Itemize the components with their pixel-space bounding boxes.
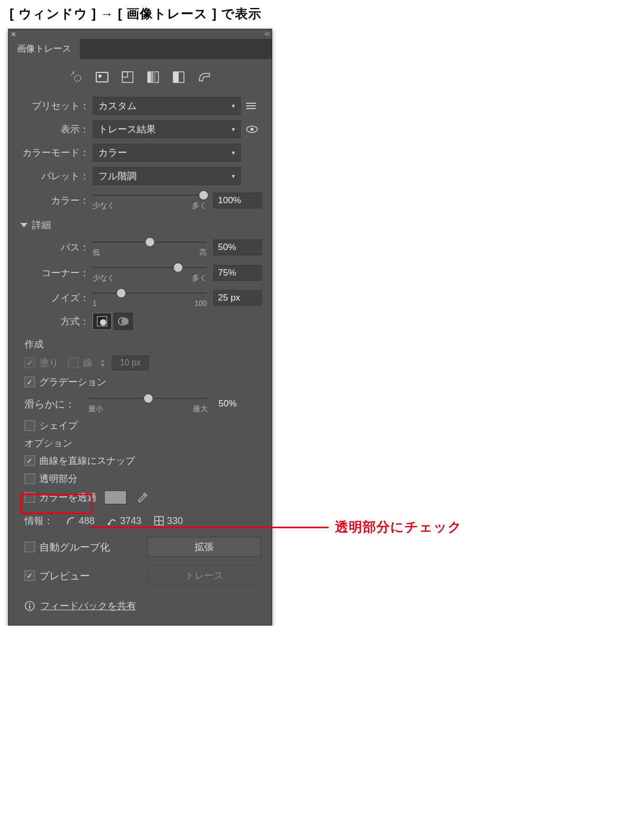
svg-rect-20 bbox=[108, 523, 110, 525]
feedback-link[interactable]: フィードバックを共有 bbox=[40, 600, 136, 612]
color-slider-min: 少なく bbox=[93, 201, 115, 211]
info-icon bbox=[24, 601, 35, 611]
gradient-checkbox[interactable] bbox=[24, 377, 35, 387]
svg-rect-7 bbox=[150, 72, 153, 82]
transparent-color-checkbox[interactable] bbox=[24, 492, 35, 503]
shape-label: シェイプ bbox=[39, 419, 78, 432]
preset-icon-row bbox=[9, 59, 272, 94]
grayscale-icon[interactable] bbox=[146, 70, 161, 85]
path-min: 低 bbox=[93, 248, 100, 257]
chevron-down-icon: ▾ bbox=[232, 149, 235, 156]
chevron-down-icon: ▾ bbox=[232, 102, 235, 110]
method-overlapping-button[interactable] bbox=[114, 313, 133, 330]
path-label: パス： bbox=[9, 241, 93, 254]
preview-checkbox[interactable] bbox=[24, 570, 35, 581]
stroke-checkbox bbox=[68, 357, 79, 368]
svg-rect-1 bbox=[96, 72, 108, 82]
noise-slider[interactable] bbox=[93, 288, 207, 298]
smooth-max: 最大 bbox=[193, 404, 208, 414]
method-label: 方式： bbox=[9, 315, 93, 328]
svg-rect-4 bbox=[122, 72, 128, 77]
low-color-icon[interactable] bbox=[120, 70, 135, 85]
info-paths: 488 bbox=[79, 515, 95, 527]
black-white-icon[interactable] bbox=[171, 70, 186, 85]
transparent-color-label: カラーを透過 bbox=[39, 491, 97, 504]
stroke-label: 線 bbox=[83, 356, 93, 369]
advanced-label: 詳細 bbox=[32, 219, 51, 231]
view-value: トレース結果 bbox=[98, 123, 156, 136]
autogroup-label: 自動グループ化 bbox=[39, 540, 110, 554]
advanced-toggle[interactable]: 詳細 bbox=[9, 213, 272, 235]
tab-bar: 画像トレース bbox=[9, 39, 272, 59]
transparent-color-swatch[interactable] bbox=[104, 490, 127, 504]
chevron-down-icon: ▾ bbox=[232, 126, 235, 133]
stroke-width-field: 10 px bbox=[112, 355, 149, 370]
method-abutting-button[interactable] bbox=[93, 313, 112, 330]
colormode-value: カラー bbox=[98, 146, 127, 159]
triangle-down-icon bbox=[20, 223, 28, 227]
collapse-icon[interactable]: << bbox=[264, 30, 268, 38]
noise-max: 100 bbox=[195, 299, 207, 307]
high-color-icon[interactable] bbox=[95, 70, 110, 85]
palette-label: パレット： bbox=[9, 170, 93, 182]
outline-icon[interactable] bbox=[197, 70, 212, 85]
noise-value[interactable]: 25 px bbox=[213, 290, 262, 306]
fill-checkbox bbox=[24, 357, 35, 368]
view-dropdown[interactable]: トレース結果 ▾ bbox=[93, 120, 241, 138]
svg-point-19 bbox=[121, 318, 129, 325]
create-label: 作成 bbox=[9, 332, 272, 353]
smooth-label: 滑らかに： bbox=[9, 397, 88, 411]
transparent-checkbox[interactable] bbox=[24, 473, 35, 484]
view-label: 表示： bbox=[9, 123, 93, 136]
smooth-slider[interactable] bbox=[88, 394, 208, 403]
smooth-value: 50% bbox=[214, 396, 262, 411]
preset-value: カスタム bbox=[98, 99, 137, 112]
page-title: [ ウィンドウ ] → [ 画像トレース ] で表示 bbox=[0, 0, 638, 29]
colormode-label: カラーモード： bbox=[9, 146, 93, 159]
autogroup-checkbox[interactable] bbox=[24, 542, 35, 552]
colors-icon bbox=[154, 516, 164, 526]
preset-label: プリセット： bbox=[9, 99, 93, 112]
corner-min: 少なく bbox=[93, 273, 115, 283]
svg-rect-8 bbox=[153, 72, 156, 82]
chevron-down-icon: ▾ bbox=[232, 172, 235, 180]
palette-value: フル階調 bbox=[98, 170, 137, 182]
color-slider-max: 多く bbox=[192, 201, 207, 211]
snap-checkbox[interactable] bbox=[24, 455, 35, 466]
eye-icon[interactable] bbox=[246, 126, 262, 133]
svg-point-2 bbox=[98, 74, 102, 78]
path-max: 高 bbox=[199, 248, 207, 257]
svg-point-15 bbox=[250, 128, 254, 131]
tab-image-trace[interactable]: 画像トレース bbox=[9, 39, 80, 59]
svg-rect-26 bbox=[29, 605, 30, 609]
path-value[interactable]: 50% bbox=[213, 239, 262, 255]
info-row: 情報： 488 3743 330 bbox=[9, 507, 272, 533]
color-value[interactable]: 100% bbox=[213, 193, 262, 209]
path-slider[interactable] bbox=[93, 237, 207, 247]
anchors-icon bbox=[107, 516, 117, 526]
preset-dropdown[interactable]: カスタム ▾ bbox=[93, 97, 241, 115]
preset-menu-icon[interactable] bbox=[246, 102, 262, 110]
info-label: 情報： bbox=[24, 514, 53, 527]
transparent-label: 透明部分 bbox=[39, 472, 78, 485]
corner-slider[interactable] bbox=[93, 263, 207, 272]
image-trace-panel: ✕ << 画像トレース プリセット： カスタム ▾ bbox=[8, 29, 272, 626]
expand-button[interactable]: 拡張 bbox=[147, 537, 262, 557]
gradient-label: グラデーション bbox=[39, 376, 106, 388]
noise-min: 1 bbox=[93, 299, 97, 307]
eyedropper-icon[interactable] bbox=[137, 492, 148, 503]
close-icon[interactable]: ✕ bbox=[11, 30, 16, 38]
callout-text: 透明部分にチェック bbox=[335, 518, 462, 536]
info-anchors: 3743 bbox=[120, 515, 141, 527]
info-colors: 330 bbox=[167, 515, 183, 527]
svg-point-0 bbox=[74, 75, 81, 81]
svg-rect-10 bbox=[173, 72, 179, 82]
palette-dropdown[interactable]: フル階調 ▾ bbox=[93, 167, 241, 185]
shape-checkbox[interactable] bbox=[24, 420, 35, 431]
fill-label: 塗り bbox=[39, 356, 58, 369]
corner-value[interactable]: 75% bbox=[213, 265, 262, 281]
auto-color-icon[interactable] bbox=[69, 70, 84, 85]
colormode-dropdown[interactable]: カラー ▾ bbox=[93, 144, 241, 162]
trace-button: トレース bbox=[147, 565, 262, 586]
color-slider[interactable] bbox=[93, 190, 207, 200]
